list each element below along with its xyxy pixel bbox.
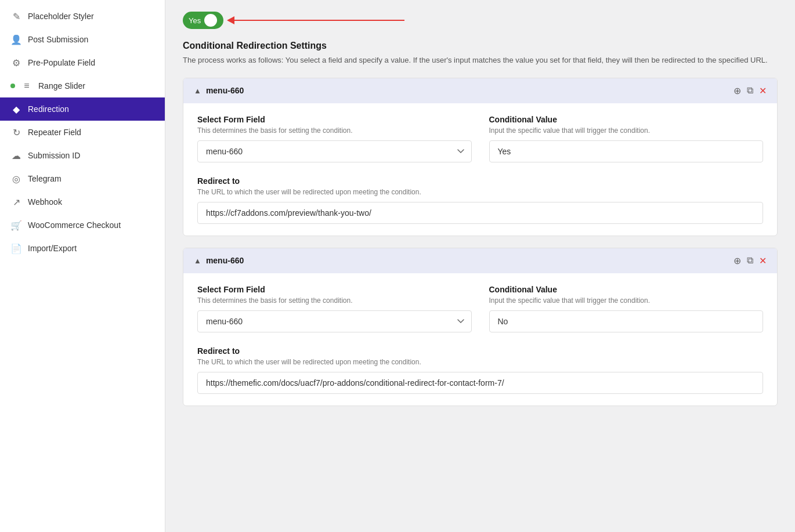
sidebar-item-label: Post Submission [28, 35, 88, 44]
form-row-1: Select Form Field This determines the ba… [197, 115, 763, 162]
sidebar-item-label: Import/Export [28, 244, 77, 253]
woocommerce-icon: 🛒 [10, 219, 22, 231]
redirect-sublabel-1: The URL to which the user will be redire… [197, 188, 763, 196]
sidebar: ✎ Placeholder Styler 👤 Post Submission ⚙… [0, 0, 165, 532]
toggle-label: Yes [189, 16, 201, 25]
sidebar-item-label: Webhook [28, 197, 62, 207]
redirect-sublabel-2: The URL to which the user will be redire… [197, 358, 763, 366]
range-slider-icon: ≡ [21, 80, 32, 92]
condition-header-left-2: ▲ menu-660 [194, 256, 244, 265]
form-group-conditional-1: Conditional Value Input the specific val… [489, 115, 764, 162]
sidebar-item-label: WooCommerce Checkout [28, 220, 121, 230]
form-row-2: Select Form Field This determines the ba… [197, 285, 763, 332]
condition-header-2: ▲ menu-660 ⊕ ⧉ ✕ [183, 248, 777, 273]
form-group-conditional-2: Conditional Value Input the specific val… [489, 285, 764, 332]
form-group-select-2: Select Form Field This determines the ba… [197, 285, 472, 332]
arrow-head [227, 16, 234, 24]
condition-body-1: Select Form Field This determines the ba… [183, 103, 777, 236]
active-dot [10, 84, 15, 88]
repeater-field-icon: ↻ [10, 126, 22, 138]
select-field-sublabel-2: This determines the basis for setting th… [197, 296, 472, 305]
condition-card-2: ▲ menu-660 ⊕ ⧉ ✕ Select Form Field This … [183, 248, 778, 406]
sidebar-item-label: Telegram [28, 174, 62, 183]
import-export-icon: 📄 [10, 243, 22, 254]
chevron-up-icon-2[interactable]: ▲ [194, 256, 201, 265]
sidebar-item-post-submission[interactable]: 👤 Post Submission [0, 28, 165, 51]
select-field-sublabel-1: This determines the basis for setting th… [197, 126, 472, 135]
conditional-value-input-1[interactable] [489, 140, 764, 162]
sidebar-item-import-export[interactable]: 📄 Import/Export [0, 237, 165, 260]
main-content: Yes Conditional Redirection Settings The… [165, 0, 795, 532]
sidebar-item-label: Placeholder Styler [28, 12, 94, 21]
toggle-area: Yes [183, 12, 778, 29]
redirect-group-2: Redirect to The URL to which the user wi… [197, 346, 763, 394]
redirect-url-input-1[interactable] [197, 202, 763, 224]
sidebar-item-label: Range Slider [38, 81, 85, 91]
select-field-label-2: Select Form Field [197, 285, 472, 294]
condition-actions-2: ⊕ ⧉ ✕ [733, 255, 767, 266]
redirect-group-1: Redirect to The URL to which the user wi… [197, 176, 763, 224]
sidebar-item-label: Pre-Populate Field [28, 58, 95, 67]
sidebar-item-redirection[interactable]: ◆ Redirection [0, 97, 165, 121]
sidebar-item-repeater-field[interactable]: ↻ Repeater Field [0, 121, 165, 144]
redirect-label-2: Redirect to [197, 346, 763, 356]
section-description: The process works as follows: You select… [183, 55, 778, 66]
sidebar-item-placeholder-styler[interactable]: ✎ Placeholder Styler [0, 5, 165, 28]
delete-button-1[interactable]: ✕ [759, 85, 767, 96]
condition-body-2: Select Form Field This determines the ba… [183, 273, 777, 406]
arrow-indicator [230, 12, 416, 29]
redirect-url-input-2[interactable] [197, 372, 763, 394]
move-button-1[interactable]: ⊕ [733, 85, 741, 96]
chevron-up-icon-1[interactable]: ▲ [194, 86, 201, 95]
sidebar-item-range-slider[interactable]: ≡ Range Slider [0, 74, 165, 97]
arrow-line [230, 20, 404, 21]
conditional-value-label-1: Conditional Value [489, 115, 764, 124]
move-button-2[interactable]: ⊕ [733, 255, 741, 266]
select-field-input-1[interactable]: menu-660 [197, 140, 472, 162]
conditional-value-input-2[interactable] [489, 310, 764, 332]
placeholder-styler-icon: ✎ [10, 10, 22, 22]
condition-card-1: ▲ menu-660 ⊕ ⧉ ✕ Select Form Field This … [183, 78, 778, 236]
condition-title-1: menu-660 [206, 86, 244, 95]
post-submission-icon: 👤 [10, 34, 22, 45]
delete-button-2[interactable]: ✕ [759, 255, 767, 266]
select-field-label-1: Select Form Field [197, 115, 472, 124]
telegram-icon: ◎ [10, 173, 22, 184]
condition-title-2: menu-660 [206, 256, 244, 265]
webhook-icon: ↗ [10, 196, 22, 208]
sidebar-item-webhook[interactable]: ↗ Webhook [0, 190, 165, 213]
condition-actions-1: ⊕ ⧉ ✕ [733, 85, 767, 96]
section-header: Conditional Redirection Settings The pro… [183, 41, 778, 66]
section-title: Conditional Redirection Settings [183, 41, 778, 51]
conditional-value-sublabel-1: Input the specific value that will trigg… [489, 126, 764, 135]
toggle-knob [204, 14, 217, 27]
sidebar-item-telegram[interactable]: ◎ Telegram [0, 167, 165, 190]
redirect-label-1: Redirect to [197, 176, 763, 186]
condition-header-1: ▲ menu-660 ⊕ ⧉ ✕ [183, 78, 777, 103]
form-group-select-1: Select Form Field This determines the ba… [197, 115, 472, 162]
conditional-value-label-2: Conditional Value [489, 285, 764, 294]
pre-populate-icon: ⚙ [10, 57, 22, 68]
sidebar-item-submission-id[interactable]: ☁ Submission ID [0, 144, 165, 167]
copy-button-1[interactable]: ⧉ [747, 85, 753, 96]
conditional-value-sublabel-2: Input the specific value that will trigg… [489, 296, 764, 305]
sidebar-item-woocommerce-checkout[interactable]: 🛒 WooCommerce Checkout [0, 213, 165, 237]
sidebar-item-label: Redirection [28, 104, 69, 114]
enable-toggle[interactable]: Yes [183, 12, 223, 29]
condition-header-left-1: ▲ menu-660 [194, 86, 244, 95]
select-field-input-2[interactable]: menu-660 [197, 310, 472, 332]
sidebar-item-label: Submission ID [28, 151, 80, 160]
redirection-icon: ◆ [10, 103, 22, 115]
sidebar-item-pre-populate-field[interactable]: ⚙ Pre-Populate Field [0, 51, 165, 74]
submission-id-icon: ☁ [10, 150, 22, 161]
sidebar-item-label: Repeater Field [28, 128, 81, 137]
copy-button-2[interactable]: ⧉ [747, 255, 753, 266]
